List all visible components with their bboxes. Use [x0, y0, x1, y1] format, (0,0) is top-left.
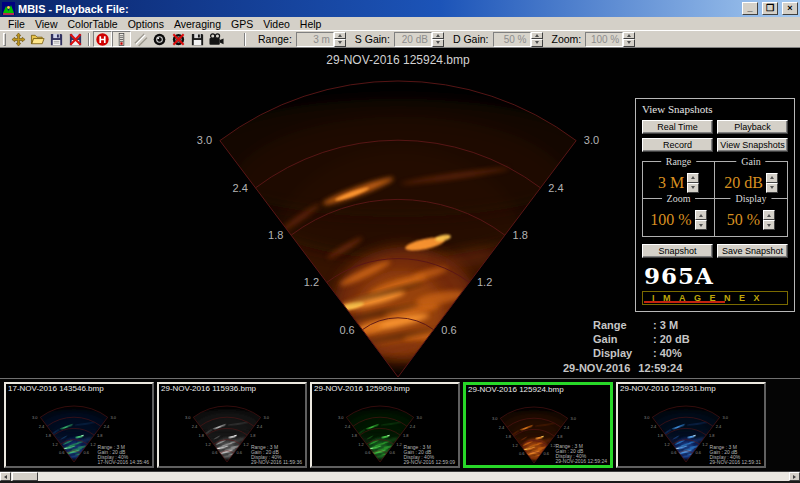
- svg-text:1.8: 1.8: [198, 433, 204, 438]
- spin-down-icon[interactable]: [531, 39, 543, 47]
- svg-text:3.0: 3.0: [338, 415, 344, 420]
- restore-button[interactable]: ❒: [762, 2, 778, 15]
- delete-snapshot-button[interactable]: [169, 31, 188, 47]
- menu-colortable[interactable]: ColorTable: [63, 18, 123, 30]
- scroll-right-button[interactable]: [789, 472, 800, 481]
- scrollbar-track[interactable]: [11, 472, 789, 481]
- measure-button[interactable]: [131, 31, 150, 47]
- snapshot-button[interactable]: Snapshot: [642, 244, 713, 258]
- range-label: Range:: [258, 33, 292, 45]
- svg-text:0.6: 0.6: [365, 450, 371, 455]
- scroll-right-icon: [793, 475, 796, 479]
- menu-averaging[interactable]: Averaging: [169, 18, 226, 30]
- menu-video[interactable]: Video: [258, 18, 295, 30]
- scroll-left-button[interactable]: [0, 472, 11, 481]
- svg-text:0.6: 0.6: [339, 324, 354, 336]
- svg-text:1.8: 1.8: [403, 433, 409, 438]
- pan-button[interactable]: [9, 31, 28, 47]
- pan-crosshair-icon: [11, 32, 26, 47]
- snapshot-thumbnail-3[interactable]: 0.60.61.21.21.81.82.42.43.03.0 29-NOV-20…: [310, 382, 460, 468]
- save-file-button[interactable]: [47, 31, 66, 47]
- svg-text:0.6: 0.6: [390, 450, 396, 455]
- spin-down-icon[interactable]: [334, 39, 346, 47]
- spin-up-icon[interactable]: [766, 173, 778, 183]
- real-time-button[interactable]: Real Time: [642, 120, 713, 134]
- delete-file-button[interactable]: [66, 31, 85, 47]
- toolbar-grip[interactable]: [3, 33, 6, 46]
- toolbar: Range: 3 m S Gain: 20 dB D Gain: 50 %: [0, 30, 800, 48]
- snapshot-thumbnail-4[interactable]: 0.60.61.21.21.81.82.42.43.03.0 29-NOV-20…: [463, 382, 613, 468]
- thumbnail-scrollbar[interactable]: [0, 471, 800, 481]
- snapshot-thumbnail-1[interactable]: 0.60.61.21.21.81.82.42.43.03.0 17-NOV-20…: [4, 382, 154, 468]
- spin-up-icon[interactable]: [695, 210, 707, 220]
- spin-up-icon[interactable]: [763, 210, 775, 220]
- spin-down-icon[interactable]: [766, 183, 778, 193]
- svg-text:0.6: 0.6: [519, 451, 525, 456]
- panel-gain-spinner[interactable]: [766, 173, 778, 193]
- minimize-button[interactable]: _: [742, 2, 758, 15]
- signal-meter-button[interactable]: [112, 31, 131, 47]
- spin-up-icon[interactable]: [623, 32, 635, 40]
- menu-help[interactable]: Help: [295, 18, 327, 30]
- svg-text:3.0: 3.0: [492, 416, 498, 421]
- range-group-label: Range: [661, 156, 697, 167]
- zoom-spinner[interactable]: [623, 32, 635, 47]
- svg-text:1.8: 1.8: [657, 433, 663, 438]
- menu-gps[interactable]: GPS: [226, 18, 258, 30]
- svg-text:1.8: 1.8: [513, 229, 528, 241]
- dgain-label: D Gain:: [453, 33, 489, 45]
- spin-up-icon[interactable]: [432, 32, 444, 40]
- svg-text:1.2: 1.2: [396, 442, 402, 447]
- delete-file-icon: [68, 32, 83, 47]
- hold-button[interactable]: [93, 31, 112, 47]
- save-snapshot-toolbar-button[interactable]: [188, 31, 207, 47]
- menu-view[interactable]: View: [30, 18, 63, 30]
- spin-down-icon[interactable]: [432, 39, 444, 47]
- dgain-input[interactable]: 50 %: [493, 32, 531, 47]
- spin-up-icon[interactable]: [334, 32, 346, 40]
- svg-text:0.6: 0.6: [671, 450, 677, 455]
- thumbnail-filename: 29-NOV-2016 125909.bmp: [314, 384, 410, 393]
- menu-options[interactable]: Options: [123, 18, 169, 30]
- sgain-input[interactable]: 20 dB: [394, 32, 432, 47]
- range-input[interactable]: 3 m: [296, 32, 334, 47]
- snapshot-thumbnail-5[interactable]: 0.60.61.21.21.81.82.42.43.03.0 29-NOV-20…: [616, 382, 766, 468]
- panel-range-spinner[interactable]: [687, 173, 699, 193]
- zoom-label: Zoom:: [552, 33, 582, 45]
- spin-up-icon[interactable]: [687, 173, 699, 183]
- panel-zoom-spinner[interactable]: [695, 210, 707, 230]
- playback-button[interactable]: Playback: [717, 120, 788, 134]
- range-spinner[interactable]: [334, 32, 346, 47]
- toolbar-separator: [88, 33, 90, 46]
- snapshot-camera-button[interactable]: [150, 31, 169, 47]
- sonar-display-area: 0.60.61.21.21.81.82.42.43.03.0 29-NOV-20…: [0, 48, 800, 378]
- save-snapshot-button[interactable]: Save Snapshot: [717, 244, 788, 258]
- spin-up-icon[interactable]: [531, 32, 543, 40]
- zoom-input[interactable]: 100 %: [585, 32, 623, 47]
- svg-text:1.8: 1.8: [97, 433, 103, 438]
- sgain-spinner[interactable]: [432, 32, 444, 47]
- view-snapshots-button[interactable]: View Snapshots: [717, 138, 788, 152]
- snapshot-thumbnail-2[interactable]: 0.60.61.21.21.81.82.42.43.03.0 29-NOV-20…: [157, 382, 307, 468]
- svg-text:1.2: 1.2: [243, 442, 249, 447]
- svg-text:3.0: 3.0: [264, 415, 270, 420]
- range-field-group: Range: 3 m: [258, 32, 346, 47]
- dgain-spinner[interactable]: [531, 32, 543, 47]
- sgain-label: S Gain:: [355, 33, 390, 45]
- svg-text:3.0: 3.0: [185, 415, 191, 420]
- menu-file[interactable]: File: [3, 18, 30, 30]
- open-file-button[interactable]: [28, 31, 47, 47]
- svg-text:2.4: 2.4: [345, 424, 351, 429]
- record-button[interactable]: Record: [642, 138, 713, 152]
- svg-text:2.4: 2.4: [564, 425, 570, 430]
- display-group-label: Display: [730, 193, 771, 204]
- scrollbar-thumb[interactable]: [12, 472, 38, 481]
- svg-text:1.8: 1.8: [268, 229, 283, 241]
- spin-down-icon[interactable]: [763, 220, 775, 230]
- spin-down-icon[interactable]: [687, 183, 699, 193]
- panel-display-spinner[interactable]: [763, 210, 775, 230]
- video-camera-button[interactable]: [207, 31, 226, 47]
- spin-down-icon[interactable]: [695, 220, 707, 230]
- close-button[interactable]: ×: [782, 2, 798, 15]
- spin-down-icon[interactable]: [623, 39, 635, 47]
